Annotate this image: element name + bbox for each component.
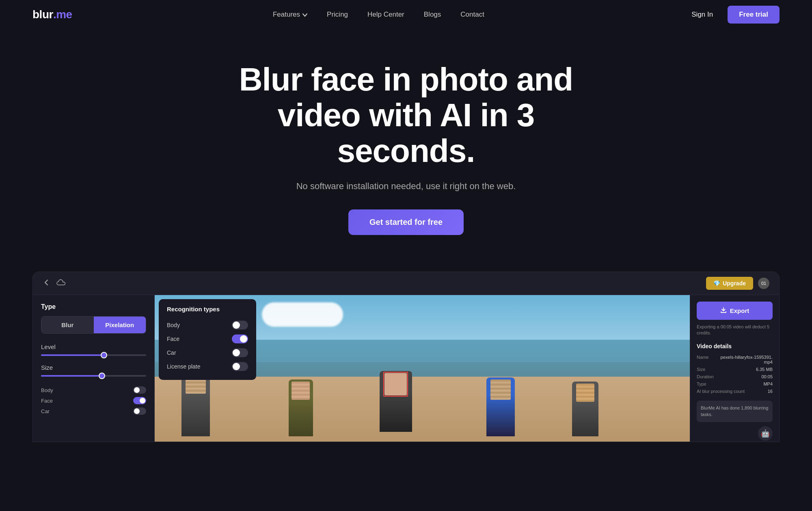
detail-type-val: MP4 <box>763 382 773 386</box>
sign-in-button[interactable]: Sign In <box>685 7 719 22</box>
pricing-link[interactable]: Pricing <box>327 11 348 18</box>
features-label: Features <box>273 11 300 19</box>
blurred-face-2 <box>292 382 310 400</box>
rec-row-car: Car <box>167 346 248 360</box>
blur-type-button[interactable]: Blur <box>41 317 94 333</box>
rec-row-body: Body <box>167 318 248 332</box>
type-button-group: Blur Pixelation <box>41 316 146 334</box>
person-3-selected <box>380 371 412 432</box>
size-slider[interactable] <box>41 375 146 377</box>
left-panel: Type Blur Pixelation Level Size <box>33 295 155 442</box>
logo[interactable]: blur .me <box>32 8 72 21</box>
type-section-title: Type <box>41 303 146 310</box>
hero-title: Blur face in photo and video with AI in … <box>223 62 589 169</box>
pixelation-type-button[interactable]: Pixelation <box>94 317 146 333</box>
detail-row-type: Type MP4 <box>697 380 773 388</box>
person-2 <box>289 379 313 436</box>
level-slider-thumb[interactable] <box>101 352 107 358</box>
rec-license-toggle-knob <box>233 363 240 370</box>
rec-row-face: Face <box>167 332 248 346</box>
logo-blur-text: blur <box>32 8 53 21</box>
ai-message: BlurMe AI has done 1,890 blurring tasks. <box>697 401 773 422</box>
mini-row-body: Body <box>41 385 146 395</box>
detail-ai-count-val: 16 <box>768 389 773 394</box>
nav-item-blogs[interactable]: Blogs <box>424 11 441 19</box>
level-slider-fill <box>41 354 104 356</box>
detail-row-name: Name pexels-hillaryfox-1595391.mp4 <box>697 354 773 366</box>
contact-label: Contact <box>460 11 484 18</box>
cloud-icon[interactable] <box>56 279 65 288</box>
video-area: Recognition types Body Face Car <box>155 295 690 442</box>
rec-body-toggle[interactable] <box>232 321 248 330</box>
nav-links: Features Pricing Help Center Blogs <box>273 11 484 19</box>
ai-message-text: BlurMe AI has done 1,890 blurring tasks. <box>701 405 768 417</box>
rec-face-toggle[interactable] <box>232 334 248 343</box>
face-selection-box <box>383 372 408 397</box>
rec-license-toggle[interactable] <box>232 362 248 371</box>
size-section: Size <box>41 364 146 377</box>
topbar-left <box>43 279 65 288</box>
logo-dotme-text: .me <box>53 8 72 21</box>
mini-car-toggle-knob <box>134 408 140 414</box>
app-content: Type Blur Pixelation Level Size <box>33 295 779 442</box>
topbar-right: 💎 Upgrade 01 <box>706 277 769 290</box>
mini-car-label: Car <box>41 408 50 414</box>
app-topbar: 💎 Upgrade 01 <box>33 272 779 295</box>
detail-ai-count-key: AI blur processing count <box>697 389 745 394</box>
user-avatar: 01 <box>758 278 769 289</box>
level-slider[interactable] <box>41 354 146 356</box>
level-label: Level <box>41 343 146 350</box>
mini-face-toggle-knob <box>140 398 145 403</box>
blurred-face-5 <box>576 384 594 402</box>
free-trial-button[interactable]: Free trial <box>728 6 780 24</box>
nav-item-help-center[interactable]: Help Center <box>367 11 404 19</box>
rec-face-toggle-knob <box>240 335 247 343</box>
app-preview: 💎 Upgrade 01 Type Blur Pixelation Level <box>32 272 780 442</box>
blogs-link[interactable]: Blogs <box>424 11 441 18</box>
upgrade-label: Upgrade <box>723 280 746 287</box>
detail-row-duration: Duration 00:05 <box>697 373 773 380</box>
mini-toggle-rows: Body Face Car <box>41 385 146 416</box>
mini-car-toggle[interactable] <box>133 408 146 415</box>
rec-license-label: License plate <box>167 363 201 370</box>
size-slider-fill <box>41 375 102 377</box>
nav-item-contact[interactable]: Contact <box>460 11 484 19</box>
export-button[interactable]: Export <box>697 302 773 320</box>
mini-face-toggle[interactable] <box>133 397 146 404</box>
rec-row-license: License plate <box>167 360 248 373</box>
size-slider-thumb[interactable] <box>99 373 105 379</box>
rec-body-label: Body <box>167 322 180 328</box>
contact-link[interactable]: Contact <box>460 11 484 18</box>
detail-row-size: Size 6.35 MB <box>697 366 773 373</box>
help-center-link[interactable]: Help Center <box>367 11 404 18</box>
detail-name-key: Name <box>697 355 708 364</box>
detail-duration-val: 00:05 <box>761 374 773 379</box>
export-note: Exporting a 00:05 video will deduct 5 cr… <box>697 324 773 336</box>
rec-car-toggle-knob <box>233 349 240 356</box>
hero-section: Blur face in photo and video with AI in … <box>0 29 812 259</box>
rec-face-label: Face <box>167 336 179 342</box>
blogs-label: Blogs <box>424 11 441 18</box>
detail-size-key: Size <box>697 367 705 372</box>
detail-row-ai-count: AI blur processing count 16 <box>697 388 773 395</box>
features-link[interactable]: Features <box>273 11 307 19</box>
diamond-icon: 💎 <box>713 280 720 287</box>
export-label: Export <box>730 307 749 314</box>
mini-row-face: Face <box>41 395 146 406</box>
upgrade-button[interactable]: 💎 Upgrade <box>706 277 753 290</box>
chevron-down-icon <box>302 11 307 19</box>
rec-car-toggle[interactable] <box>232 348 248 357</box>
blurred-face-4 <box>490 379 511 400</box>
nav-item-features[interactable]: Features <box>273 11 307 19</box>
bot-icon[interactable]: 🤖 <box>758 426 773 441</box>
person-4 <box>486 377 515 436</box>
get-started-button[interactable]: Get started for free <box>348 209 464 235</box>
back-icon[interactable] <box>43 279 50 288</box>
person-5 <box>572 382 598 436</box>
detail-name-val: pexels-hillaryfox-1595391.mp4 <box>720 355 773 364</box>
right-panel: Export Exporting a 00:05 video will dedu… <box>690 295 779 442</box>
mini-body-toggle[interactable] <box>133 386 146 394</box>
rec-car-label: Car <box>167 349 176 356</box>
export-icon <box>720 307 727 315</box>
nav-item-pricing[interactable]: Pricing <box>327 11 348 19</box>
